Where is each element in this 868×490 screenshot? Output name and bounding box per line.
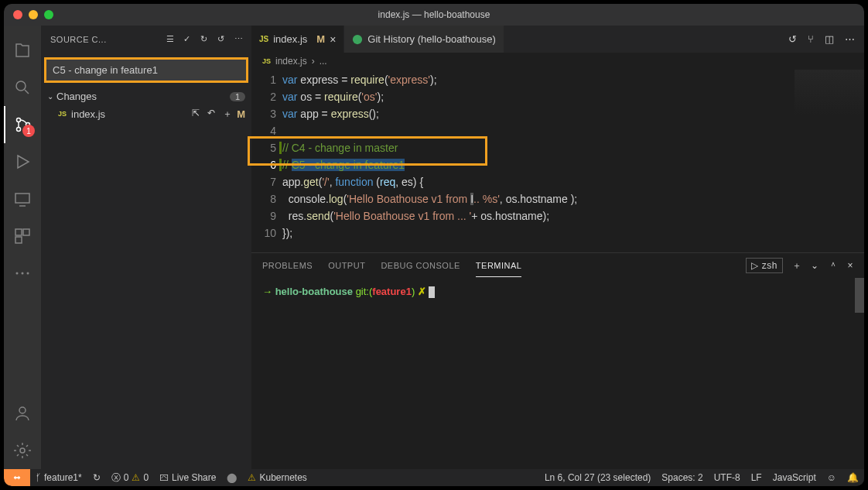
bottom-panel: PROBLEMS OUTPUT DEBUG CONSOLE TERMINAL ▷… [251, 252, 864, 469]
stage-icon[interactable]: ＋ [223, 108, 232, 121]
terminal-cursor [429, 286, 435, 298]
terminal-body[interactable]: → hello-boathouse git:(feature1) ✗ [251, 278, 864, 469]
window-controls [4, 10, 53, 19]
scm-badge: 1 [22, 125, 35, 137]
svg-point-12 [27, 272, 29, 275]
tab-label: Git History (hello-boathouse) [367, 33, 495, 45]
search-icon[interactable] [4, 69, 41, 106]
explorer-icon[interactable] [4, 32, 41, 69]
tab-terminal[interactable]: TERMINAL [476, 255, 522, 277]
refresh-icon[interactable]: ↻ [200, 34, 208, 44]
sidebar-title: SOURCE C... [50, 35, 166, 44]
js-file-icon: JS [262, 57, 271, 65]
breadcrumb-sep: › [312, 56, 315, 67]
commit-icon[interactable]: ✓ [183, 34, 191, 44]
scm-icon[interactable]: 1 [4, 106, 41, 143]
app-body: 1 SOURCE C... ☰ ✓ ↻ ↺ ⋯ [4, 26, 864, 469]
quokka-status[interactable]: ⬤ [221, 469, 242, 486]
split-editor-icon[interactable]: ◫ [825, 33, 834, 45]
titlebar: index.js — hello-boathouse [4, 4, 864, 26]
editor-area: JS index.js M × Git History (hello-boath… [251, 26, 864, 469]
more-icon[interactable] [4, 255, 41, 292]
sync-status[interactable]: ↻ [87, 469, 106, 486]
terminal-scrollbar[interactable] [855, 278, 864, 313]
settings-icon[interactable] [4, 432, 41, 469]
close-window[interactable] [13, 10, 22, 19]
minimap[interactable] [795, 70, 864, 224]
js-file-icon: JS [58, 110, 67, 118]
feedback-icon[interactable]: ☺ [822, 472, 842, 483]
svg-rect-5 [15, 194, 29, 203]
window-title: index.js — hello-boathouse [378, 9, 490, 20]
close-panel-icon[interactable]: × [847, 260, 853, 271]
file-name: index.js [71, 108, 192, 120]
extensions-icon[interactable] [4, 218, 41, 255]
tab-index-js[interactable]: JS index.js M × [251, 26, 344, 53]
tab-problems[interactable]: PROBLEMS [262, 255, 313, 276]
git-history-icon [352, 34, 363, 45]
changed-file-item[interactable]: JS index.js ⇱ ↶ ＋ M [41, 105, 251, 122]
editor-tabs: JS index.js M × Git History (hello-boath… [251, 26, 864, 53]
js-file-icon: JS [259, 35, 268, 43]
eol-status[interactable]: LF [746, 472, 767, 483]
svg-point-10 [16, 272, 19, 275]
tab-output[interactable]: OUTPUT [328, 255, 365, 276]
activity-bar: 1 [4, 26, 41, 469]
indentation-status[interactable]: Spaces: 2 [656, 472, 708, 483]
svg-point-0 [16, 81, 26, 91]
code-editor[interactable]: 1 2 3 4 5 6 7 8 9 10 var express = requi… [251, 70, 864, 252]
kubernetes-status[interactable]: ⚠Kubernetes [242, 469, 312, 486]
modified-badge: M [237, 108, 245, 120]
tab-debug-console[interactable]: DEBUG CONSOLE [381, 255, 460, 276]
tab-label: index.js [273, 33, 307, 45]
changes-header[interactable]: ⌄ Changes 1 [41, 87, 251, 105]
close-tab-icon[interactable]: × [330, 33, 336, 46]
svg-point-11 [22, 272, 24, 275]
compare-icon[interactable]: ⑂ [808, 33, 814, 45]
svg-point-13 [19, 407, 26, 413]
changes-label: Changes [56, 91, 97, 102]
svg-point-3 [17, 128, 21, 132]
new-terminal-icon[interactable]: ＋ [792, 259, 802, 272]
liveshare-status[interactable]: ⮹Live Share [154, 469, 221, 486]
go-back-icon[interactable]: ↺ [788, 33, 797, 45]
sidebar-header: SOURCE C... ☰ ✓ ↻ ↺ ⋯ [41, 26, 251, 53]
debug-icon[interactable] [4, 143, 41, 180]
sidebar: SOURCE C... ☰ ✓ ↻ ↺ ⋯ ⌄ Changes 1 JS ind… [41, 26, 251, 469]
code-content[interactable]: var express = require('express'); var os… [282, 70, 864, 252]
discard-icon[interactable]: ↶ [207, 108, 215, 121]
account-icon[interactable] [4, 395, 41, 432]
maximize-panel-icon[interactable]: ＾ [829, 259, 839, 272]
language-status[interactable]: JavaScript [767, 472, 822, 483]
breadcrumb-file: index.js [275, 56, 307, 67]
branch-status[interactable]: ᚶfeature1* [30, 469, 87, 486]
svg-point-2 [17, 118, 21, 122]
problems-status[interactable]: ⓧ0⚠0 [106, 469, 154, 486]
commit-message-input[interactable] [46, 60, 246, 81]
zoom-window[interactable] [44, 10, 53, 19]
open-file-icon[interactable]: ⇱ [192, 108, 200, 121]
more-tab-actions-icon[interactable]: ⋯ [845, 33, 855, 45]
breadcrumb-rest: ... [320, 56, 327, 67]
minimize-window[interactable] [29, 10, 38, 19]
status-bar: ᚶfeature1* ↻ ⓧ0⚠0 ⮹Live Share ⬤ ⚠Kuberne… [4, 469, 864, 486]
encoding-status[interactable]: UTF-8 [709, 472, 746, 483]
breadcrumb[interactable]: JS index.js › ... [251, 53, 864, 70]
view-as-tree-icon[interactable]: ☰ [166, 34, 174, 44]
panel-tabs: PROBLEMS OUTPUT DEBUG CONSOLE TERMINAL ▷… [251, 253, 864, 278]
svg-line-1 [25, 90, 29, 94]
remote-explorer-icon[interactable] [4, 180, 41, 218]
more-actions-icon[interactable]: ⋯ [234, 34, 242, 44]
undo-icon[interactable]: ↺ [217, 34, 225, 44]
terminal-shell-selector[interactable]: ▷zsh [746, 258, 783, 273]
gutter: 1 2 3 4 5 6 7 8 9 10 [251, 70, 282, 252]
remote-indicator[interactable] [4, 469, 30, 486]
svg-rect-7 [15, 229, 22, 235]
terminal-dropdown-icon[interactable]: ⌄ [811, 260, 819, 271]
tab-git-history[interactable]: Git History (hello-boathouse) [344, 26, 504, 53]
vscode-window: index.js — hello-boathouse 1 SOURCE C...… [4, 4, 864, 486]
cursor-position[interactable]: Ln 6, Col 27 (23 selected) [539, 472, 656, 483]
changes-count: 1 [230, 92, 245, 101]
notifications-icon[interactable]: 🔔 [842, 472, 864, 483]
commit-message-highlight [44, 57, 248, 83]
